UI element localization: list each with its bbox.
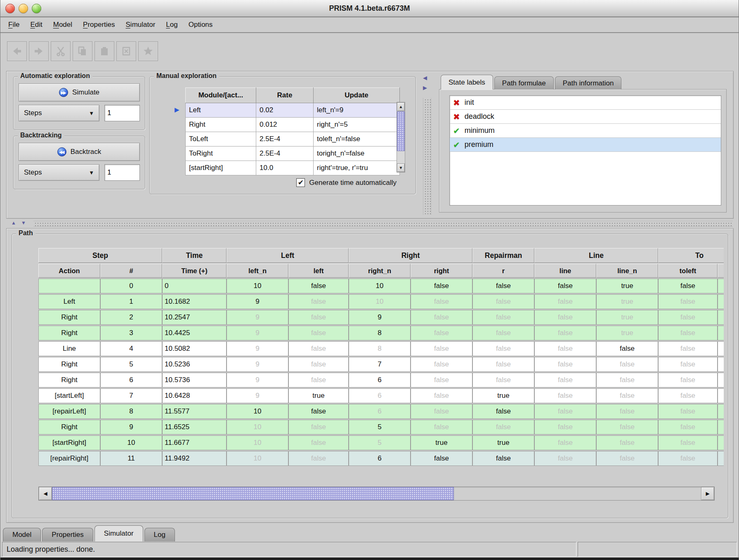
path-cell: Right (38, 310, 100, 325)
path-step-row[interactable]: Left110.16829false10falsefalsefalsetruef… (38, 294, 724, 309)
tab-state-labels[interactable]: State labels (441, 75, 493, 90)
path-cell: Right (38, 357, 100, 372)
menu-item-options[interactable]: Options (183, 21, 218, 29)
backtrack-steps-combo[interactable]: Steps ▼ (19, 164, 99, 181)
state-label-row-minimum[interactable]: ✔minimum (450, 124, 721, 138)
scrollbar-thumb[interactable] (52, 487, 454, 500)
toolbar-delete-button[interactable] (116, 41, 136, 61)
generate-time-checkbox[interactable]: ✔ (296, 178, 305, 187)
collapse-up-icon[interactable]: ▲ (11, 220, 16, 226)
path-step-row[interactable]: Right911.652510false5falsefalsefalsefals… (38, 420, 724, 435)
main-tab-bar: ModelPropertiesSimulatorLog (3, 525, 176, 541)
collapse-left-icon[interactable]: ◀ (423, 75, 427, 81)
group-header-repairman: Repairman (472, 248, 534, 263)
paste-icon (99, 46, 110, 57)
minimize-button[interactable] (19, 4, 28, 13)
main-tab-log[interactable]: Log (144, 528, 175, 541)
path-cell: 10 (227, 404, 288, 419)
auto-steps-combo[interactable]: Steps ▼ (19, 105, 99, 121)
transition-row[interactable]: ToRight2.5E-4toright_n'=false (186, 146, 400, 161)
toolbar-paste-button[interactable] (94, 41, 114, 61)
splitter-texture[interactable] (423, 98, 431, 215)
main-tab-model[interactable]: Model (3, 528, 41, 541)
toolbar-back-arrow-button[interactable] (7, 41, 27, 61)
menu-item-simulator[interactable]: Simulator (120, 21, 161, 29)
horizontal-splitter[interactable]: ▲ ▼ (6, 219, 734, 227)
collapse-down-icon[interactable]: ▼ (21, 220, 26, 226)
path-cell: false (288, 451, 349, 466)
path-cell: false (472, 279, 534, 293)
path-step-row[interactable]: [repairLeft]811.557710false6falsefalsefa… (38, 404, 724, 419)
path-cell: 10.2547 (162, 310, 227, 325)
state-label-row-init[interactable]: ✖init (450, 96, 721, 110)
transition-cell: right_n'=5 (314, 118, 400, 132)
path-cell: 10 (349, 294, 411, 309)
toolbar-star-button[interactable] (138, 41, 158, 61)
transition-row[interactable]: ToLeft2.5E-4toleft_n'=false (186, 132, 400, 146)
scrollbar-track[interactable] (454, 487, 701, 500)
vertical-splitter[interactable]: ◀ ▶ (419, 71, 435, 218)
path-cell: false (411, 341, 472, 356)
path-step-row[interactable]: Right510.52369false7falsefalsefalsefalse… (38, 357, 724, 372)
transition-row[interactable]: Left0.02left_n'=9 (186, 103, 400, 118)
path-cell: 9 (227, 388, 288, 403)
path-cell: false (534, 357, 596, 372)
path-step-row[interactable]: Line410.50829false8falsefalsefalsefalsef… (38, 341, 724, 356)
path-cell: 10.5236 (162, 357, 227, 372)
path-cell-clipped (718, 326, 724, 340)
path-step-row[interactable]: Right610.57369false6falsefalsefalsefalse… (38, 373, 724, 388)
tab-path-information[interactable]: Path information (555, 76, 622, 90)
chevron-down-icon: ▼ (89, 110, 94, 116)
path-cell: 6 (349, 404, 411, 419)
path-cell: false (596, 451, 658, 466)
menu-item-edit[interactable]: Edit (25, 21, 47, 29)
transition-cell: right'=true, r'=tru (314, 161, 400, 175)
column-header-r: r (472, 264, 534, 278)
state-labels-pane: ✖init✖deadlock✔minimum✔premium (439, 89, 727, 213)
collapse-right-icon[interactable]: ▶ (423, 85, 427, 91)
transition-row[interactable]: [startRight]10.0right'=true, r'=tru (186, 161, 400, 175)
path-cell: false (596, 388, 658, 403)
path-cell: false (534, 373, 596, 388)
scroll-up-button[interactable]: ▲ (397, 102, 405, 111)
menu-item-properties[interactable]: Properties (78, 21, 120, 29)
scrollbar-thumb[interactable] (397, 111, 405, 151)
path-step-row[interactable]: 0010false10falsefalsefalsetruefalse (38, 279, 724, 293)
scroll-right-button[interactable]: ▶ (701, 487, 714, 500)
close-button[interactable] (5, 4, 15, 13)
main-tab-simulator[interactable]: Simulator (94, 525, 143, 541)
menu-item-model[interactable]: Model (48, 21, 78, 29)
toolbar-cut-button[interactable] (51, 41, 71, 61)
generate-time-label: Generate time automatically (309, 179, 397, 187)
path-step-row[interactable]: [repairRight]1111.949210false6falsefalse… (38, 451, 724, 466)
toolbar-copy-button[interactable] (73, 41, 92, 61)
main-tab-properties[interactable]: Properties (42, 528, 93, 541)
auto-steps-input[interactable] (104, 105, 140, 121)
path-step-row[interactable]: Right310.44259false8falsefalsefalsetruef… (38, 326, 724, 340)
column-header-line: line (534, 264, 596, 278)
menu-item-file[interactable]: File (3, 21, 25, 29)
auto-steps-combo-label: Steps (24, 109, 42, 117)
backtrack-steps-input[interactable] (104, 164, 140, 181)
menu-item-log[interactable]: Log (161, 21, 183, 29)
column-header-Action: Action (38, 264, 100, 278)
transition-row[interactable]: Right0.012right_n'=5 (186, 118, 400, 132)
state-label-row-premium[interactable]: ✔premium (450, 138, 721, 152)
zoom-button[interactable] (32, 4, 41, 13)
simulate-button[interactable]: ▶▶ Simulate (19, 83, 140, 102)
manual-exploration-title: Manual exploration (154, 72, 219, 80)
path-cell: 8 (349, 341, 411, 356)
path-cell: 10.6428 (162, 388, 227, 403)
tab-path-formulae[interactable]: Path formulae (494, 76, 554, 90)
scroll-left-button[interactable]: ◀ (39, 487, 52, 500)
splitter-texture[interactable] (33, 221, 733, 227)
path-step-row[interactable]: [startRight]1011.667710false5truetruefal… (38, 435, 724, 450)
state-label-row-deadlock[interactable]: ✖deadlock (450, 110, 721, 124)
path-step-row[interactable]: [startLeft]710.64289true6falsetruefalsef… (38, 388, 724, 403)
toolbar-forward-arrow-button[interactable] (29, 41, 49, 61)
path-cell: 10 (227, 420, 288, 435)
path-step-row[interactable]: Right210.25479false9falsefalsefalsetruef… (38, 310, 724, 325)
backtrack-button[interactable]: ◀◀ Backtrack (19, 143, 140, 161)
scroll-down-button[interactable]: ▼ (397, 163, 405, 172)
state-label-name: minimum (465, 126, 495, 135)
